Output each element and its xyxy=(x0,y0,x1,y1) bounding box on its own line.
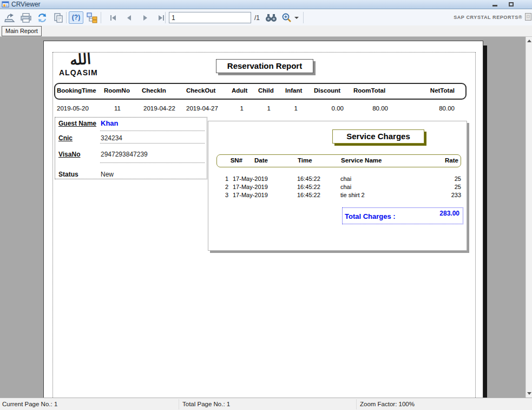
booking-table-row: 2019-05-20 11 2019-04-22 2019-04-27 1 1 … xyxy=(54,105,467,112)
nav-next-button[interactable] xyxy=(137,11,153,24)
service-row: 2 17-May-2019 16:45:22 chai 25 xyxy=(216,184,461,190)
tab-main-report[interactable]: Main Report xyxy=(2,26,42,36)
cell-adult: 1 xyxy=(226,105,251,112)
cell-net-total: 80.00 xyxy=(391,105,465,112)
tab-bar: Main Report xyxy=(0,25,532,37)
cell-service-name: chai xyxy=(339,175,422,182)
toolbar: (?) /1 xyxy=(0,10,532,25)
scroll-up-icon[interactable] xyxy=(527,40,531,42)
cell-check-in: 2019-04-22 xyxy=(134,105,182,112)
scroll-down-icon[interactable] xyxy=(527,392,531,395)
report-viewer-area: الله ALQASIM Reservation Report BookingT… xyxy=(0,37,526,398)
status-value: New xyxy=(101,171,114,178)
column-header: CheckOut xyxy=(182,87,226,94)
column-header: Child xyxy=(251,87,277,94)
cell-room-no: 11 xyxy=(101,105,134,112)
nav-prev-button[interactable] xyxy=(121,11,136,24)
cell-booking-time: 2019-05-20 xyxy=(54,105,101,112)
cell-date: 17-May-2019 xyxy=(228,175,297,182)
cell-rate: 233 xyxy=(422,192,461,198)
cnic-label: Cnic xyxy=(58,134,73,142)
cell-date: 17-May-2019 xyxy=(228,192,297,198)
vertical-scrollbar[interactable] xyxy=(526,37,532,398)
company-logo-text: ALQASIM xyxy=(59,68,98,77)
total-charges-label: Total Charges : xyxy=(345,212,396,220)
column-header: Date xyxy=(244,157,295,164)
visa-no-value: 2947293847239 xyxy=(101,151,148,158)
cell-service-name: chai xyxy=(339,184,422,190)
minimize-button[interactable] xyxy=(488,1,502,9)
column-header: SN# xyxy=(216,157,244,164)
cell-discount: 0.00 xyxy=(304,105,345,112)
status-bar: Current Page No.: 1 Total Page No.: 1 Zo… xyxy=(0,398,532,410)
cell-check-out: 2019-04-27 xyxy=(182,105,226,112)
report-page: الله ALQASIM Reservation Report BookingT… xyxy=(43,41,483,398)
nav-first-button[interactable] xyxy=(105,11,120,24)
cell-sn: 3 xyxy=(216,192,228,198)
find-icon[interactable] xyxy=(264,11,279,24)
report-title: Reservation Report xyxy=(216,59,313,73)
cell-rate: 25 xyxy=(422,175,461,182)
booking-table-header-row: BookingTime RoomNo CheckIn CheckOut Adul… xyxy=(54,87,467,94)
column-header: Time xyxy=(295,157,340,164)
zoom-icon[interactable] xyxy=(280,11,300,24)
maximize-button[interactable] xyxy=(504,1,518,9)
column-header: Adult xyxy=(226,87,251,94)
cell-infant: 1 xyxy=(277,105,304,112)
column-header: Discount xyxy=(304,87,345,94)
nav-last-button[interactable] xyxy=(154,11,169,24)
guest-info-box: Guest Name Khan Cnic 324234 VisaNo 29472… xyxy=(55,117,207,179)
cell-sn: 1 xyxy=(216,175,228,182)
group-tree-icon[interactable] xyxy=(84,11,100,24)
service-row: 1 17-May-2019 16:45:22 chai 25 xyxy=(216,175,461,182)
service-charges-panel: Service Charges SN# Date Time Service Na… xyxy=(208,121,467,251)
cell-time: 16:45:22 xyxy=(297,184,339,190)
brand-chip-icon: □ xyxy=(525,13,531,21)
cell-time: 16:45:22 xyxy=(297,175,339,182)
total-charges-value: 283.00 xyxy=(439,210,459,217)
column-header: CheckIn xyxy=(134,87,182,94)
cell-room-total: 80.00 xyxy=(345,105,391,112)
total-charges-box: Total Charges : 283.00 xyxy=(342,207,463,224)
export-icon[interactable] xyxy=(2,11,17,24)
window-title: CRViewer xyxy=(11,1,41,8)
cell-rate: 25 xyxy=(422,184,461,190)
service-charges-title: Service Charges xyxy=(332,129,424,144)
column-header: RoomTotal xyxy=(345,87,391,94)
app-icon xyxy=(2,1,9,8)
total-page-status: Total Page No.: 1 xyxy=(182,401,230,407)
status-label: Status xyxy=(58,171,78,178)
column-header: BookingTime xyxy=(54,87,101,94)
refresh-icon[interactable] xyxy=(35,11,50,24)
current-page-status: Current Page No.: 1 xyxy=(2,401,57,407)
guest-name-label: Guest Name xyxy=(58,120,96,127)
page-total-label: /1 xyxy=(254,14,260,22)
page-number-input[interactable] xyxy=(169,12,251,23)
cell-time: 16:45:22 xyxy=(297,192,339,198)
service-row: 3 17-May-2019 16:45:22 tie shirt 2 233 xyxy=(216,192,461,198)
cell-date: 17-May-2019 xyxy=(228,184,297,190)
print-icon[interactable] xyxy=(18,11,34,24)
zoom-factor-status: Zoom Factor: 100% xyxy=(360,401,415,407)
column-header: Rate xyxy=(422,157,461,164)
service-table-header-row: SN# Date Time Service Name Rate xyxy=(216,157,461,164)
toggle-parameter-panel-button[interactable]: (?) xyxy=(69,11,83,24)
sap-brand-label: SAP CRYSTAL REPORTS® xyxy=(454,15,522,20)
copy-icon[interactable] xyxy=(51,11,66,24)
company-logo-icon: الله xyxy=(69,50,91,69)
column-header: RoomNo xyxy=(101,87,134,94)
guest-name-value: Khan xyxy=(101,119,119,127)
cnic-value: 324234 xyxy=(101,134,122,142)
cell-child: 1 xyxy=(251,105,277,112)
visa-no-label: VisaNo xyxy=(58,151,80,158)
column-header: Infant xyxy=(277,87,304,94)
title-bar: CRViewer xyxy=(0,0,532,9)
zoom-caret-icon[interactable] xyxy=(294,17,299,19)
cell-service-name: tie shirt 2 xyxy=(339,192,422,198)
cell-sn: 2 xyxy=(216,184,228,190)
column-header: Service Name xyxy=(340,157,422,164)
column-header: NetTotal xyxy=(391,87,465,94)
